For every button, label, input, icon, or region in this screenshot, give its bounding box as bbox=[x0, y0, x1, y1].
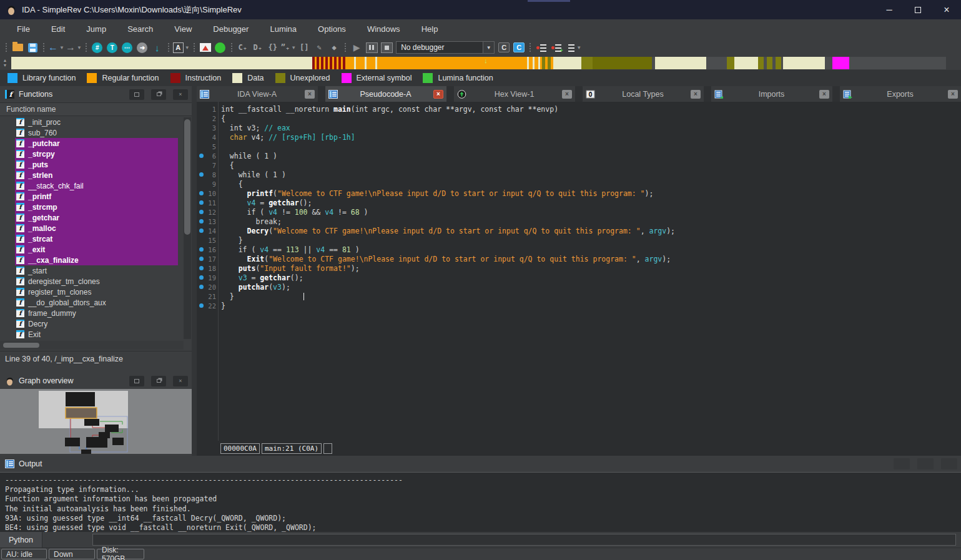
function-row[interactable]: f_strcat bbox=[0, 233, 184, 244]
restore-panel-button[interactable] bbox=[129, 89, 144, 100]
toolbar-grip[interactable] bbox=[230, 42, 233, 52]
graph-overview-canvas[interactable] bbox=[0, 389, 192, 454]
function-row[interactable]: f_malloc bbox=[0, 223, 184, 233]
toolbar-grip[interactable] bbox=[193, 42, 195, 52]
function-list-vscrollbar[interactable] bbox=[184, 117, 191, 339]
menu-item-debugger[interactable]: Debugger bbox=[202, 19, 259, 39]
create-function-button[interactable]: C₊ bbox=[236, 40, 250, 55]
function-list-hscrollbar[interactable] bbox=[0, 341, 184, 350]
output-log[interactable]: ----------------------------------------… bbox=[0, 472, 961, 532]
output-panel-button[interactable] bbox=[894, 458, 910, 469]
breakpoint-list-button[interactable] bbox=[535, 40, 548, 55]
tab-close-icon[interactable]: × bbox=[562, 90, 572, 99]
tab-local-types[interactable]: OLocal Types× bbox=[583, 86, 704, 102]
close-panel-button[interactable]: × bbox=[173, 89, 188, 100]
toolbar-grip[interactable] bbox=[529, 42, 531, 52]
function-row[interactable]: fDecry bbox=[0, 318, 184, 329]
function-row[interactable]: f__cxa_finalize bbox=[0, 255, 184, 265]
navigate-forward-button[interactable]: →▼ bbox=[66, 40, 82, 55]
pseudocode-view[interactable]: 1int __fastcall __noreturn main(int argc… bbox=[197, 102, 961, 456]
menu-item-edit[interactable]: Edit bbox=[41, 19, 76, 39]
tab-hex-view-1[interactable]: Hex View-1× bbox=[454, 86, 575, 102]
start-process-button[interactable]: ▶ bbox=[350, 40, 363, 55]
patch-button[interactable]: ◆ bbox=[327, 40, 341, 55]
open-file-button[interactable] bbox=[11, 40, 24, 55]
menu-item-search[interactable]: Search bbox=[117, 19, 164, 39]
jump-xref-button[interactable]: ➜ bbox=[136, 40, 149, 55]
compiler-options-button[interactable]: C bbox=[497, 40, 511, 55]
jump-down-button[interactable]: ↓ bbox=[150, 40, 164, 55]
function-row[interactable]: f_exit bbox=[0, 244, 184, 255]
function-row[interactable]: fExit bbox=[0, 329, 184, 340]
toolbar-grip[interactable] bbox=[42, 42, 45, 52]
edit-button[interactable]: ✎ bbox=[312, 40, 326, 55]
create-struct-button[interactable]: {} bbox=[266, 40, 280, 55]
create-string-button[interactable]: ”₊▼ bbox=[281, 40, 296, 55]
close-button[interactable]: × bbox=[932, 0, 961, 19]
toolbar-grip[interactable] bbox=[167, 42, 170, 52]
function-row[interactable]: f_start bbox=[0, 265, 184, 276]
function-row[interactable]: f_putchar bbox=[0, 138, 184, 149]
menu-item-lumina[interactable]: Lumina bbox=[259, 19, 307, 39]
toolbar-grip[interactable] bbox=[344, 42, 347, 52]
tab-exports[interactable]: Exports× bbox=[840, 86, 961, 102]
scrollbar-thumb[interactable] bbox=[3, 343, 39, 348]
jump-binary-button[interactable]: ⋯ bbox=[121, 40, 134, 55]
add-breakpoint-button[interactable]: + bbox=[549, 40, 563, 55]
function-row[interactable]: f_init_proc bbox=[0, 117, 184, 127]
function-row[interactable]: f_strcpy bbox=[0, 149, 184, 159]
jump-address-button[interactable]: # bbox=[91, 40, 104, 55]
python-cli-tab[interactable]: Python bbox=[0, 532, 42, 548]
toolbar-grip[interactable] bbox=[85, 42, 87, 52]
run-script-button[interactable]: C bbox=[512, 40, 526, 55]
list-menu-button[interactable]: ▼ bbox=[564, 40, 581, 55]
function-row[interactable]: fderegister_tm_clones bbox=[0, 276, 184, 287]
cli-input[interactable] bbox=[92, 534, 956, 546]
maximize-button[interactable] bbox=[904, 0, 932, 19]
save-button[interactable] bbox=[26, 40, 39, 55]
tab-close-icon[interactable]: × bbox=[433, 90, 443, 99]
navigation-band[interactable] bbox=[11, 57, 946, 69]
menu-item-view[interactable]: View bbox=[164, 19, 202, 39]
tab-close-icon[interactable]: × bbox=[948, 90, 958, 99]
function-name-column-header[interactable]: Function name bbox=[0, 102, 192, 116]
function-row[interactable]: fframe_dummy bbox=[0, 308, 184, 318]
create-data-button[interactable]: D₊ bbox=[251, 40, 265, 55]
function-row[interactable]: f_strlen bbox=[0, 170, 184, 180]
function-row[interactable]: f__do_global_dtors_aux bbox=[0, 297, 184, 308]
debugger-select[interactable]: No debugger ▼ bbox=[396, 41, 495, 54]
navband-scroll-arrows[interactable]: ▲▼ bbox=[1, 57, 9, 69]
tab-pseudocode-a[interactable]: Pseudocode-A× bbox=[325, 86, 446, 102]
menu-item-options[interactable]: Options bbox=[307, 19, 357, 39]
menu-item-jump[interactable]: Jump bbox=[76, 19, 117, 39]
menu-item-file[interactable]: File bbox=[6, 19, 41, 39]
create-array-button[interactable]: [] bbox=[297, 40, 311, 55]
menu-item-windows[interactable]: Windows bbox=[357, 19, 411, 39]
navigate-back-button[interactable]: ←▼ bbox=[48, 40, 64, 55]
jump-name-button[interactable]: T bbox=[106, 40, 119, 55]
function-row[interactable]: f_getchar bbox=[0, 212, 184, 223]
output-panel-button[interactable] bbox=[917, 458, 934, 469]
tab-close-icon[interactable]: × bbox=[691, 90, 701, 99]
function-row[interactable]: f__stack_chk_fail bbox=[0, 180, 184, 191]
function-row[interactable]: fsub_760 bbox=[0, 127, 184, 138]
tab-close-icon[interactable]: × bbox=[305, 90, 315, 99]
scrollbar-thumb[interactable] bbox=[184, 119, 190, 235]
text-search-button[interactable]: A▼ bbox=[173, 40, 190, 55]
output-panel-button[interactable] bbox=[941, 458, 957, 469]
function-row[interactable]: f_strcmp bbox=[0, 202, 184, 212]
toolbar-grip[interactable] bbox=[5, 42, 7, 52]
tab-ida-view-a[interactable]: IDA View-A× bbox=[197, 86, 318, 102]
tab-imports[interactable]: Imports× bbox=[711, 86, 832, 102]
menu-item-help[interactable]: Help bbox=[411, 19, 449, 39]
minimize-button[interactable]: ─ bbox=[875, 0, 904, 19]
close-panel-button[interactable]: × bbox=[173, 376, 188, 386]
float-panel-button[interactable] bbox=[151, 89, 166, 100]
record-button[interactable] bbox=[214, 40, 227, 55]
stop-process-button[interactable] bbox=[380, 40, 393, 55]
function-row[interactable]: f_printf bbox=[0, 191, 184, 202]
tab-close-icon[interactable]: × bbox=[819, 90, 829, 99]
float-panel-button[interactable] bbox=[151, 376, 166, 386]
function-row[interactable]: f_puts bbox=[0, 159, 184, 170]
function-row[interactable]: fregister_tm_clones bbox=[0, 287, 184, 297]
